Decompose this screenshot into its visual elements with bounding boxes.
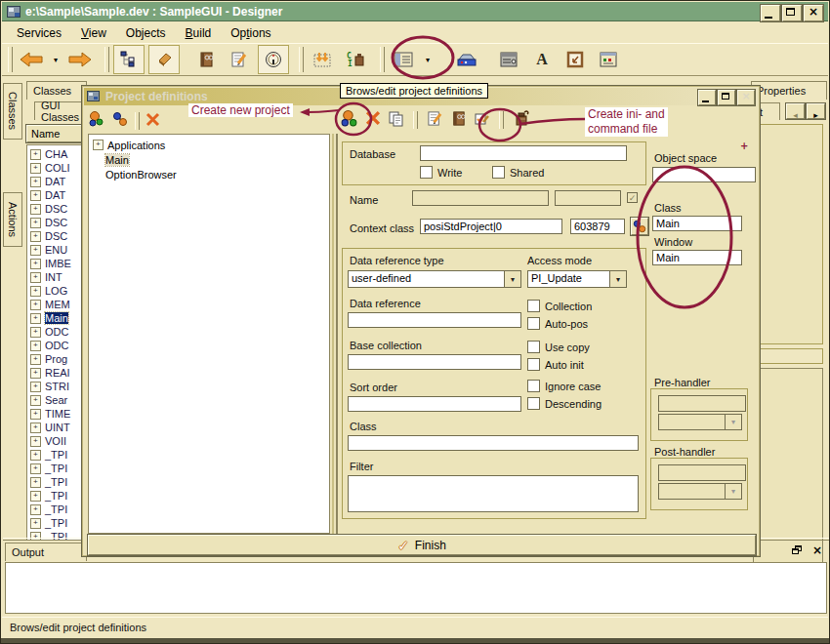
menu-item-options[interactable]: Options bbox=[222, 24, 279, 42]
expand-plus-icon[interactable]: + bbox=[30, 163, 41, 174]
dialog-splitter[interactable] bbox=[332, 134, 338, 534]
back-history-dropdown[interactable]: ▾ bbox=[50, 46, 62, 73]
class-tree-label[interactable]: _TPI bbox=[45, 449, 67, 461]
menu-item-view[interactable]: View bbox=[72, 24, 115, 42]
class-tree-label[interactable]: ODC bbox=[45, 340, 68, 351]
edit-project-button[interactable] bbox=[427, 110, 443, 131]
auto-pos-checkbox[interactable] bbox=[527, 317, 540, 330]
descending-checkbox[interactable] bbox=[527, 397, 540, 410]
new-item-button[interactable] bbox=[88, 110, 105, 132]
class-tree-label[interactable]: DSC bbox=[45, 217, 67, 228]
class-tree-label[interactable]: ENU bbox=[45, 244, 67, 256]
import-data-button[interactable] bbox=[308, 46, 337, 73]
copy-project-button[interactable] bbox=[388, 110, 404, 131]
expand-plus-icon[interactable]: + bbox=[30, 477, 41, 488]
context-class-input[interactable] bbox=[420, 219, 562, 234]
class-tree-label[interactable]: Main bbox=[45, 312, 68, 324]
project-tree-row[interactable]: Main bbox=[93, 152, 329, 167]
vertical-tab-classes[interactable]: Classes bbox=[3, 83, 22, 140]
expand-plus-icon[interactable]: + bbox=[30, 327, 41, 338]
class-tree-label[interactable]: DSC bbox=[45, 230, 67, 242]
forms-button[interactable] bbox=[389, 46, 418, 73]
expand-plus-icon[interactable]: + bbox=[30, 382, 41, 392]
output-console[interactable] bbox=[5, 562, 827, 614]
compile-button[interactable]: CI bbox=[341, 46, 370, 73]
expand-plus-icon[interactable]: + bbox=[30, 313, 41, 324]
project-options-button[interactable] bbox=[474, 110, 490, 131]
forms-dropdown[interactable]: ▾ bbox=[422, 46, 434, 73]
image-button[interactable] bbox=[560, 46, 590, 73]
vertical-tab-actions[interactable]: Actions bbox=[3, 192, 22, 247]
font-button[interactable]: A bbox=[527, 46, 557, 73]
expand-plus-icon[interactable]: + bbox=[30, 368, 41, 379]
dialog-minimize-button[interactable] bbox=[698, 90, 716, 105]
context-class-picker-button[interactable] bbox=[631, 218, 648, 235]
expand-plus-icon[interactable]: + bbox=[30, 231, 41, 242]
class-tree-label[interactable]: MEM bbox=[45, 299, 70, 310]
collection-checkbox[interactable] bbox=[527, 300, 540, 312]
create-new-project-button[interactable] bbox=[340, 109, 358, 132]
database-input[interactable] bbox=[420, 145, 627, 161]
class-tree-label[interactable]: DAT bbox=[45, 176, 65, 187]
class-tree-label[interactable]: ODC bbox=[45, 326, 68, 338]
class-tree-label[interactable]: CHA bbox=[45, 148, 67, 160]
ignore-case-checkbox[interactable] bbox=[527, 380, 540, 392]
expand-plus-icon[interactable]: + bbox=[30, 245, 41, 256]
dialog-maximize-button[interactable] bbox=[718, 90, 735, 105]
class-tree-label[interactable]: COLI bbox=[45, 162, 70, 174]
class-tree-label[interactable]: _TPI bbox=[45, 503, 67, 515]
expand-plus-icon[interactable]: + bbox=[30, 450, 41, 461]
class-tree-label[interactable]: STRI bbox=[45, 381, 69, 392]
library-button[interactable] bbox=[191, 46, 221, 73]
shared-checkbox[interactable] bbox=[492, 166, 505, 179]
output-close-button[interactable]: × bbox=[809, 543, 825, 558]
expand-plus-icon[interactable]: + bbox=[93, 140, 104, 150]
expand-plus-icon[interactable]: + bbox=[30, 149, 41, 160]
project-tree-row[interactable]: +Applications bbox=[93, 138, 329, 152]
delete-project-button[interactable] bbox=[365, 110, 381, 130]
expand-plus-icon[interactable]: + bbox=[30, 286, 41, 297]
class-tree-label[interactable]: Prog bbox=[45, 353, 67, 365]
dialog-editor-button[interactable] bbox=[594, 46, 623, 73]
tab-properties[interactable]: Properties bbox=[751, 81, 827, 100]
class-tree-label[interactable]: Sear bbox=[45, 394, 67, 406]
expand-plus-icon[interactable]: + bbox=[30, 218, 41, 228]
class-tree-label[interactable]: _TPI bbox=[45, 517, 67, 529]
project-tree-label[interactable]: Applications bbox=[107, 140, 165, 151]
expand-plus-icon[interactable]: + bbox=[30, 177, 41, 187]
tab-classes[interactable]: Classes bbox=[26, 81, 87, 100]
menu-item-objects[interactable]: Objects bbox=[117, 24, 175, 42]
minimize-button[interactable] bbox=[761, 5, 780, 21]
back-button[interactable] bbox=[17, 46, 46, 73]
write-checkbox[interactable] bbox=[420, 166, 433, 179]
class-tree-label[interactable]: _TPI bbox=[45, 490, 67, 502]
maximize-button[interactable] bbox=[782, 5, 802, 21]
menu-item-build[interactable]: Build bbox=[177, 24, 221, 42]
expand-plus-icon[interactable]: + bbox=[30, 491, 41, 502]
class-tree-label[interactable]: _TPI bbox=[45, 476, 67, 488]
project-tree-label[interactable]: OptionBrowser bbox=[105, 169, 177, 181]
tab-scroll-right-button[interactable]: ▸ bbox=[807, 103, 825, 119]
project-tree-label[interactable]: Main bbox=[105, 154, 129, 166]
edit-source-button[interactable] bbox=[225, 46, 254, 73]
monitor-toggle-button[interactable] bbox=[258, 45, 289, 74]
expand-plus-icon[interactable]: + bbox=[30, 518, 41, 529]
project-tree[interactable]: +ApplicationsMainOptionBrowser bbox=[88, 134, 330, 534]
class-tree-label[interactable]: VOII bbox=[45, 435, 66, 447]
expand-plus-icon[interactable]: + bbox=[30, 354, 41, 365]
sort-order-input[interactable] bbox=[348, 396, 521, 412]
class-tree-toggle-button[interactable] bbox=[113, 45, 145, 74]
window-settings-button[interactable] bbox=[494, 46, 523, 73]
expand-plus-icon[interactable]: + bbox=[30, 272, 41, 283]
use-copy-checkbox[interactable] bbox=[527, 341, 540, 353]
class-tree-label[interactable]: TIME bbox=[45, 408, 70, 420]
expand-plus-icon[interactable]: + bbox=[30, 423, 41, 433]
data-reference-input[interactable] bbox=[348, 312, 521, 328]
project-definitions-button[interactable] bbox=[451, 46, 480, 73]
class-input[interactable] bbox=[348, 435, 639, 451]
project-tree-row[interactable]: OptionBrowser bbox=[93, 167, 329, 181]
context-class-id-input[interactable] bbox=[570, 219, 625, 234]
expand-plus-icon[interactable]: + bbox=[30, 504, 41, 515]
auto-init-checkbox[interactable] bbox=[527, 358, 540, 371]
filter-textarea[interactable] bbox=[348, 475, 639, 512]
